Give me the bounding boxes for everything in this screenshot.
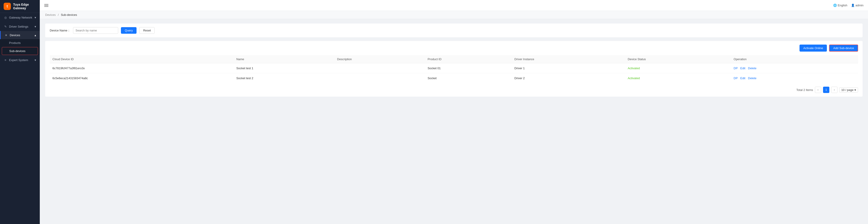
- gateway-network-icon: ◎: [4, 16, 7, 19]
- total-items-label: Total 2 Items: [796, 88, 813, 92]
- col-description: Description: [334, 55, 425, 63]
- op-delete-link[interactable]: Delete: [748, 66, 756, 70]
- devices-subnav: Products Sub-devices: [0, 39, 40, 55]
- sidebar: t Tuya Edge Gateway ◎ Gateway Network ▾ …: [0, 0, 40, 224]
- sidebar-item-devices[interactable]: ≡ Devices ▴: [0, 31, 40, 39]
- col-driver-instance: Driver Instance: [512, 55, 625, 63]
- chevron-down-icon-expert: ▾: [35, 58, 36, 62]
- breadcrumb-separator: /: [58, 13, 59, 17]
- pagination: Total 2 Items ‹ 1 › 10 / page ▾: [50, 87, 858, 93]
- main-area: 🌐 English 👤 admin Devices / Sub-devices …: [40, 0, 868, 224]
- sidebar-item-products[interactable]: Products: [0, 39, 40, 47]
- cell-cloud-device-id: 6c7819fcf477a3f81ero3x: [50, 63, 234, 73]
- table-row: 6c5e6eca21431583474a8c Socket test 2 Soc…: [50, 73, 858, 83]
- devices-table: Cloud Device ID Name Description Product…: [50, 55, 858, 83]
- sidebar-item-expert-system[interactable]: ≡ Expert System ▾: [0, 55, 40, 64]
- sidebar-label-expert-system: Expert System: [9, 58, 28, 62]
- chevron-down-icon: ▾: [35, 16, 36, 19]
- table-actions: Activate Online Add Sub-device: [50, 45, 858, 52]
- breadcrumb-parent[interactable]: Devices: [45, 13, 56, 17]
- per-page-chevron: ▾: [855, 88, 856, 92]
- filter-bar: Device Name： Query Reset: [45, 24, 863, 37]
- cell-driver-instance: Driver 1: [512, 63, 625, 73]
- per-page-label: 10 / page: [841, 88, 854, 92]
- col-product-id: Product ID: [425, 55, 512, 63]
- sidebar-label-devices: Devices: [10, 33, 20, 37]
- cell-name: Socket test 1: [234, 63, 334, 73]
- chevron-down-icon-driver: ▾: [35, 25, 36, 28]
- op-dp-link[interactable]: DP: [734, 77, 738, 80]
- col-operation: Operation: [731, 55, 858, 63]
- reset-button[interactable]: Reset: [139, 27, 155, 34]
- driver-settings-icon: ✎: [4, 25, 7, 28]
- query-button[interactable]: Query: [121, 27, 136, 34]
- breadcrumb: Devices / Sub-devices: [40, 11, 868, 19]
- op-edit-link[interactable]: Edit: [740, 66, 745, 70]
- table-section: Activate Online Add Sub-device Cloud Dev…: [45, 41, 863, 96]
- next-page-button[interactable]: ›: [831, 87, 837, 93]
- search-input[interactable]: [73, 27, 118, 34]
- sidebar-label-gateway-network: Gateway Network: [9, 16, 32, 19]
- op-delete-link[interactable]: Delete: [748, 77, 756, 80]
- col-name: Name: [234, 55, 334, 63]
- current-page-button[interactable]: 1: [823, 87, 829, 93]
- devices-icon: ≡: [4, 33, 8, 37]
- language-selector[interactable]: 🌐 English: [833, 4, 847, 7]
- cell-operation: DP Edit Delete: [731, 73, 858, 83]
- breadcrumb-current: Sub-devices: [61, 13, 77, 17]
- sidebar-item-sub-devices[interactable]: Sub-devices: [2, 47, 38, 55]
- sidebar-item-driver-settings[interactable]: ✎ Driver Settings ▾: [0, 22, 40, 31]
- globe-icon: 🌐: [833, 4, 837, 7]
- col-device-status: Device Status: [625, 55, 731, 63]
- language-label: English: [838, 4, 847, 7]
- user-icon: 👤: [851, 4, 855, 7]
- cell-cloud-device-id: 6c5e6eca21431583474a8c: [50, 73, 234, 83]
- cell-device-status: Activated: [625, 63, 731, 73]
- sidebar-label-driver-settings: Driver Settings: [9, 25, 28, 28]
- table-row: 6c7819fcf477a3f81ero3x Socket test 1 Soc…: [50, 63, 858, 73]
- topbar: 🌐 English 👤 admin: [40, 0, 868, 11]
- topbar-right: 🌐 English 👤 admin: [833, 4, 864, 7]
- sidebar-nav: ◎ Gateway Network ▾ ✎ Driver Settings ▾ …: [0, 13, 40, 224]
- cell-name: Socket test 2: [234, 73, 334, 83]
- cell-product-id: Socket 01: [425, 63, 512, 73]
- content-area: Device Name： Query Reset Activate Online…: [40, 19, 868, 224]
- cell-product-id: Socket: [425, 73, 512, 83]
- hamburger-menu[interactable]: [44, 4, 49, 7]
- cell-description: [334, 73, 425, 83]
- chevron-up-icon: ▴: [35, 33, 36, 37]
- activate-online-button[interactable]: Activate Online: [800, 45, 827, 52]
- cell-driver-instance: Driver 2: [512, 73, 625, 83]
- username-label: admin: [856, 4, 864, 7]
- expert-system-icon: ≡: [4, 58, 7, 62]
- op-dp-link[interactable]: DP: [734, 66, 738, 70]
- cell-device-status: Activated: [625, 73, 731, 83]
- op-edit-link[interactable]: Edit: [740, 77, 745, 80]
- logo-area: t Tuya Edge Gateway: [0, 0, 40, 13]
- app-title: Tuya Edge Gateway: [13, 3, 36, 10]
- user-menu[interactable]: 👤 admin: [851, 4, 864, 7]
- prev-page-button[interactable]: ‹: [815, 87, 821, 93]
- col-cloud-device-id: Cloud Device ID: [50, 55, 234, 63]
- device-name-label: Device Name：: [50, 29, 70, 33]
- sidebar-item-gateway-network[interactable]: ◎ Gateway Network ▾: [0, 13, 40, 22]
- logo-icon: t: [4, 3, 11, 10]
- table-header-row: Cloud Device ID Name Description Product…: [50, 55, 858, 63]
- add-sub-device-button[interactable]: Add Sub-device: [829, 45, 858, 52]
- cell-description: [334, 63, 425, 73]
- per-page-selector[interactable]: 10 / page ▾: [839, 87, 858, 92]
- cell-operation: DP Edit Delete: [731, 63, 858, 73]
